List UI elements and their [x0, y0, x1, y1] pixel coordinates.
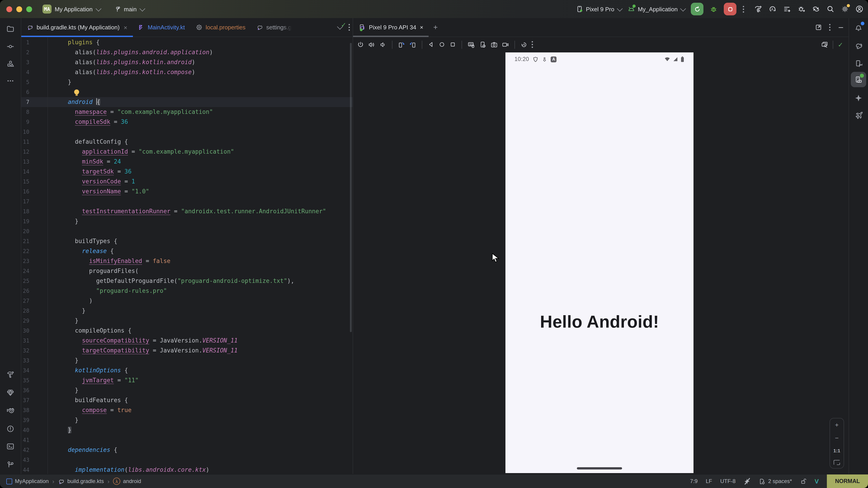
code-line[interactable]: 24 proguardFiles(	[21, 266, 352, 276]
zoom-out-button[interactable]: −	[835, 435, 839, 441]
build-tool-button[interactable]	[3, 367, 18, 382]
device-selector[interactable]: Pixel 9 Pro	[576, 5, 621, 13]
breadcrumb-file[interactable]: build.gradle.kts	[58, 478, 104, 485]
code-line[interactable]: 33 }	[21, 356, 352, 365]
indent-widget[interactable]: 2 spaces*	[758, 478, 792, 485]
code-line[interactable]: 35 jvmTarget = "11"	[21, 376, 352, 385]
code-line[interactable]: 38 compose = true	[21, 405, 352, 415]
code-line[interactable]: 25 getDefaultProguardFile("proguard-andr…	[21, 276, 352, 286]
rotate-right-icon[interactable]	[409, 41, 416, 48]
code-line[interactable]: 28 }	[21, 306, 352, 316]
home-indicator-bar[interactable]	[577, 467, 622, 469]
panel-options-kebab-icon[interactable]	[829, 24, 831, 31]
ai-assistant-disabled-icon[interactable]	[744, 478, 750, 485]
home-icon[interactable]	[438, 41, 445, 48]
code-line[interactable]: 29 }	[21, 316, 352, 326]
code-line[interactable]: 36 }	[21, 385, 352, 395]
hardware-input-icon[interactable]	[467, 41, 475, 48]
notifications-tool-button[interactable]	[851, 20, 866, 35]
tab-local-properties[interactable]: local.properties	[190, 18, 251, 37]
attach-debugger-button[interactable]	[798, 5, 806, 13]
code-line[interactable]: 34 kotlinOptions {	[21, 365, 352, 376]
code-line[interactable]: 3 alias(libs.plugins.kotlin.android)	[21, 57, 352, 67]
editor-scrollbar[interactable]	[350, 43, 352, 332]
code-line[interactable]: 13 minSdk = 24	[21, 157, 352, 167]
close-window-button[interactable]	[6, 6, 12, 12]
search-everywhere-button[interactable]	[827, 5, 835, 13]
code-line[interactable]: 19 }	[21, 217, 352, 226]
code-line[interactable]: 20	[21, 226, 352, 236]
code-line[interactable]: 5}	[21, 77, 352, 87]
run-configuration-selector[interactable]: My_Application	[627, 5, 684, 13]
tab-pixel-9-pro-api-34[interactable]: Pixel 9 Pro API 34 ×	[353, 18, 429, 37]
fit-to-window-button[interactable]	[834, 460, 840, 465]
actual-size-button[interactable]: 1:1	[833, 448, 840, 453]
overview-icon[interactable]	[450, 41, 456, 48]
problems-tool-button[interactable]	[3, 421, 18, 436]
code-line[interactable]: 21 buildTypes {	[21, 236, 352, 246]
power-icon[interactable]	[357, 41, 364, 48]
code-line[interactable]: 9 compileSdk = 36	[21, 117, 352, 127]
airplane-tool-button[interactable]	[851, 107, 866, 123]
ui-check-icon[interactable]	[821, 41, 829, 48]
code-line[interactable]: 16 versionName = "1.0"	[21, 187, 352, 197]
code-line[interactable]: 41	[21, 435, 352, 445]
code-line[interactable]: 26 "proguard-rules.pro"	[21, 286, 352, 296]
gradle-tool-button[interactable]	[851, 38, 866, 53]
code-line[interactable]: 18 testInstrumentationRunner = "androidx…	[21, 206, 352, 217]
running-devices-tool-button[interactable]	[851, 72, 866, 87]
volume-down-icon[interactable]	[379, 41, 386, 48]
breadcrumb-block[interactable]: λ android	[113, 478, 141, 485]
vim-mode-badge[interactable]: NORMAL	[827, 475, 868, 488]
apply-changes-button[interactable]: A	[769, 5, 777, 13]
code-line[interactable]: 27 )	[21, 296, 352, 306]
more-run-actions-button[interactable]	[743, 6, 744, 12]
volume-up-icon[interactable]	[368, 41, 375, 48]
add-device-tab-button[interactable]: +	[429, 23, 442, 32]
code-line[interactable]: 23 isMinifyEnabled = false	[21, 256, 352, 266]
user-profile-button[interactable]	[855, 5, 864, 13]
vcs-branch-widget[interactable]: main	[114, 0, 144, 18]
code-line[interactable]: 44 implementation(libs.androidx.core.ktx…	[21, 465, 352, 475]
line-separator-widget[interactable]: LF	[706, 478, 712, 484]
close-tab-icon[interactable]: ×	[420, 24, 423, 31]
code-line[interactable]: 40}	[21, 425, 352, 435]
sync-project-button[interactable]	[812, 5, 820, 13]
device-settings-icon[interactable]	[479, 41, 487, 48]
breadcrumb-module[interactable]: MyApplication	[6, 478, 49, 484]
open-in-new-window-icon[interactable]	[815, 24, 822, 31]
gemini-sparkle-tool-button[interactable]	[851, 90, 866, 106]
code-line[interactable]: 37 buildFeatures {	[21, 395, 352, 405]
settings-gear-button[interactable]	[841, 5, 849, 13]
version-control-tool-button[interactable]	[3, 457, 18, 472]
terminal-tool-button[interactable]	[3, 439, 18, 454]
caret-position-widget[interactable]: 7:9	[690, 478, 698, 484]
code-line[interactable]: 4 alias(libs.plugins.kotlin.compose)	[21, 67, 352, 77]
code-line[interactable]: 1plugins {	[21, 37, 352, 47]
device-manager-tool-button[interactable]	[851, 56, 866, 71]
tab-build-gradle-kts[interactable]: build.gradle.kts (My Application) ×	[21, 18, 133, 37]
build-button[interactable]	[754, 5, 762, 13]
code-editor[interactable]: 1plugins {2 alias(libs.plugins.android.a…	[21, 37, 352, 475]
hide-panel-icon[interactable]	[838, 24, 844, 31]
code-line[interactable]: 8 namespace = "com.example.myapplication…	[21, 107, 352, 117]
code-line[interactable]: 15 versionCode = 1	[21, 177, 352, 187]
emulator-more-kebab-icon[interactable]	[532, 41, 533, 48]
code-line[interactable]: 39 }	[21, 415, 352, 425]
tab-mainactivity-kt[interactable]: MainActivity.kt	[133, 18, 190, 37]
resource-manager-tool-button[interactable]	[3, 56, 18, 71]
screen-record-icon[interactable]	[502, 41, 509, 48]
rerun-button[interactable]	[691, 3, 704, 15]
project-tool-button[interactable]	[3, 21, 18, 37]
code-line[interactable]: 43	[21, 455, 352, 465]
code-line[interactable]: 7android {	[21, 97, 352, 107]
code-line[interactable]: 11 defaultConfig {	[21, 137, 352, 147]
code-line[interactable]: 17	[21, 197, 352, 206]
snapshot-reset-icon[interactable]	[520, 41, 528, 48]
logcat-tool-button[interactable]	[3, 403, 18, 418]
project-widget[interactable]: MA My Application	[42, 0, 100, 18]
gemini-gem-tool-button[interactable]	[3, 385, 18, 400]
stop-button[interactable]	[724, 3, 737, 15]
code-line[interactable]: 2 alias(libs.plugins.android.application…	[21, 47, 352, 57]
debug-button[interactable]	[710, 5, 717, 13]
